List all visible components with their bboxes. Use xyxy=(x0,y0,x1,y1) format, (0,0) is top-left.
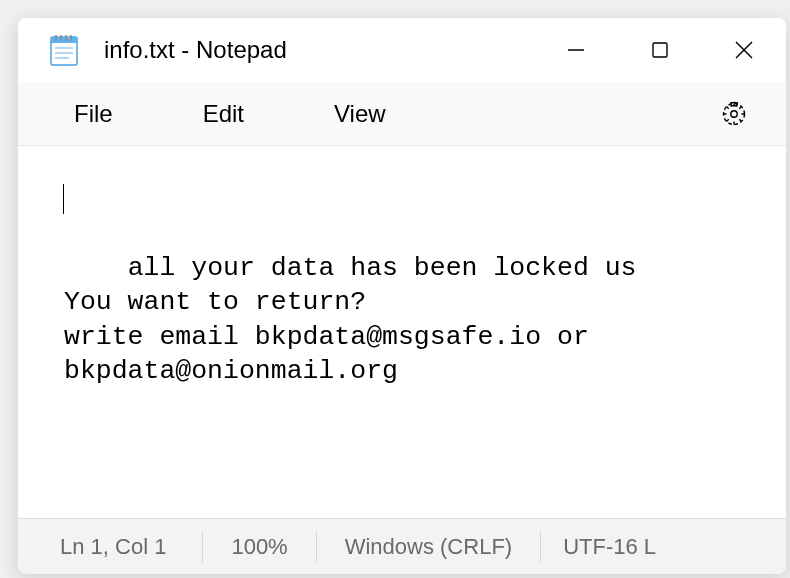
status-zoom[interactable]: 100% xyxy=(203,531,316,563)
text-cursor xyxy=(63,184,64,214)
minimize-button[interactable] xyxy=(534,18,618,82)
notepad-window: info.txt - Notepad File Edit View xyxy=(18,18,786,574)
statusbar: Ln 1, Col 1 100% Windows (CRLF) UTF-16 L xyxy=(18,518,786,574)
titlebar: info.txt - Notepad xyxy=(18,18,786,82)
notepad-icon xyxy=(48,32,80,68)
menu-file[interactable]: File xyxy=(58,92,129,136)
editor-content: all your data has been locked us You wan… xyxy=(64,253,637,386)
svg-rect-1 xyxy=(51,37,77,43)
status-encoding: UTF-16 L xyxy=(541,531,678,563)
menu-view[interactable]: View xyxy=(318,92,402,136)
svg-point-13 xyxy=(731,110,737,116)
settings-button[interactable] xyxy=(716,96,752,132)
status-line-ending: Windows (CRLF) xyxy=(317,531,541,563)
maximize-button[interactable] xyxy=(618,18,702,82)
text-editor[interactable]: all your data has been locked us You wan… xyxy=(18,146,786,518)
svg-rect-10 xyxy=(653,43,667,57)
menu-edit[interactable]: Edit xyxy=(187,92,260,136)
status-position: Ln 1, Col 1 xyxy=(60,531,203,563)
window-title: info.txt - Notepad xyxy=(104,36,287,64)
window-controls xyxy=(534,18,786,82)
menubar: File Edit View xyxy=(18,82,786,146)
close-button[interactable] xyxy=(702,18,786,82)
